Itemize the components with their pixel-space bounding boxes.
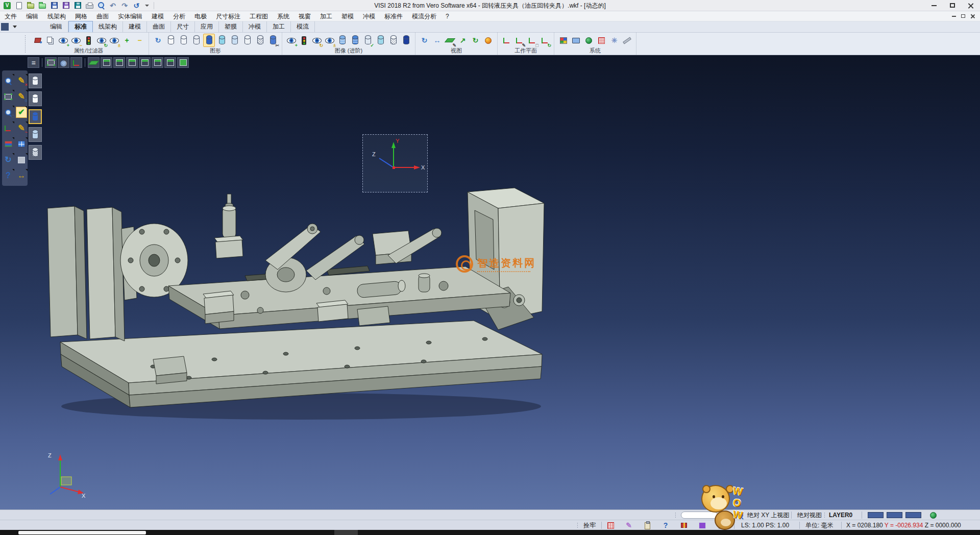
ruler-settings-icon[interactable] [621,34,633,47]
quick-access-caret-icon[interactable] [145,5,149,7]
separator[interactable] [40,57,44,68]
menu-item[interactable]: 线架构 [43,11,70,21]
save-icon[interactable] [49,1,59,10]
dimetric-view-icon[interactable] [164,57,176,68]
view-direction-icon[interactable]: ↗ [457,34,469,47]
menu-item[interactable]: 实体编辑 [113,11,147,21]
save-all-icon[interactable] [72,1,83,10]
color-palette-icon[interactable] [557,34,569,47]
menu-item[interactable]: 网格 [70,11,92,21]
verify-cylinder-icon[interactable]: ✓ [362,34,374,47]
pan-view-icon[interactable]: ↔ [431,34,443,47]
visibility-filter-icon[interactable] [83,34,94,47]
workplane-edit-icon[interactable]: ✎ [513,34,525,47]
attribute-paint-icon[interactable] [32,34,43,47]
ribbon-tab[interactable]: 曲面 [147,21,171,32]
materials-icon[interactable] [3,138,14,150]
workplane-rotate-icon[interactable]: ↻ [539,34,551,47]
wireframe-cylinder-icon[interactable] [165,34,177,47]
highlight-lamp-icon[interactable] [716,521,726,530]
bottom-view-icon[interactable] [152,57,163,68]
rotate-view-icon[interactable]: ↻ [419,34,430,47]
hidden-line-mode-icon[interactable] [29,91,42,106]
redraw-icon[interactable]: ↻ [152,34,164,47]
advanced-refresh-icon[interactable]: ↻ [311,34,323,47]
ucs-axes-icon[interactable] [3,123,14,134]
window-layout-icon[interactable] [16,138,27,150]
section-cylinder-icon[interactable]: ✂ [267,34,279,47]
cad-model[interactable] [0,55,980,509]
fit-view-icon[interactable] [45,57,57,68]
fit-window-icon[interactable] [3,91,14,102]
menu-item[interactable]: 冲模 [358,11,380,21]
edit-arc-icon[interactable]: ✎○ [16,91,27,102]
translucent-cylinder-icon[interactable] [229,34,240,47]
copy-attributes-icon[interactable] [44,34,56,47]
grid-toggle-icon[interactable] [605,521,616,530]
ribbon-tab[interactable]: 冲模 [243,21,267,32]
wireframe-mode-icon[interactable] [29,74,42,88]
minimize-button[interactable] [925,0,943,11]
hide-all-icon[interactable]: − [134,34,145,47]
workplane-box-icon[interactable]: □ [526,34,538,47]
advanced-filter-icon[interactable] [298,34,310,47]
redo-icon[interactable]: ↷ [119,1,130,10]
solids-cube-icon[interactable] [697,521,707,530]
menu-item[interactable]: 分析 [168,11,190,21]
menu-item[interactable]: 标准件 [380,11,407,21]
command-input[interactable] [681,512,718,519]
workplane-axes-icon[interactable] [501,34,512,47]
refresh-view-icon[interactable]: ↻ [470,34,481,47]
solid-cylinder-icon[interactable] [400,34,412,47]
print-preview-icon[interactable] [96,1,106,10]
close-button[interactable] [962,0,980,11]
menu-item[interactable]: 加工 [315,11,337,21]
measure-icon[interactable]: ↔ [16,170,27,181]
help-icon[interactable]: ? [3,170,14,181]
mdi-restore-icon[interactable] [961,14,965,18]
render-ball-icon[interactable] [482,34,494,47]
layer-indicator[interactable]: LAYER0 [829,510,852,520]
grid-settings-icon[interactable] [596,34,607,47]
iso-view-icon[interactable] [101,57,112,68]
advanced-toggle-icon[interactable]: ± [324,34,335,47]
search-icon[interactable] [735,510,745,520]
context-help-icon[interactable]: ? [660,521,671,530]
open-file-icon[interactable] [26,1,36,10]
show-add-icon[interactable]: + [57,34,69,47]
advanced-show-icon[interactable]: + [285,34,297,47]
viewport-menu-icon[interactable]: ≡ [28,57,39,68]
outline-cylinder-icon[interactable] [190,34,202,47]
ribbon-tab[interactable]: 建模 [123,21,147,32]
back-view-icon[interactable] [139,57,151,68]
solid-cube-icon[interactable] [16,154,27,165]
edit-spline-icon[interactable]: ✎~ [16,123,27,134]
ribbon-tab[interactable]: 塑膜 [219,21,243,32]
lock-toggle[interactable]: 拴牢 [583,520,596,530]
workplane-triad-panel[interactable]: Y X Z [362,134,428,192]
revert-icon[interactable]: ↺ [131,1,141,10]
striped-cylinder-icon[interactable] [336,34,348,47]
view-name[interactable]: 绝对 XY 上视图 [747,510,789,520]
separator[interactable] [83,57,87,68]
ribbon-tab[interactable]: 编辑 [44,21,68,32]
shaded-cube-icon[interactable] [177,57,189,68]
menu-item[interactable]: 尺寸标注 [211,11,245,21]
shaded-edges-mode-icon[interactable] [29,127,42,142]
menu-item[interactable]: 曲面 [92,11,113,21]
front-view-icon[interactable] [113,57,125,68]
save-as-icon[interactable] [61,1,71,10]
regenerate-icon[interactable]: ↻ [3,154,14,165]
visi-logo[interactable]: V [2,1,12,10]
menu-item[interactable]: 工程图 [245,11,273,21]
globe-settings-icon[interactable] [583,34,595,47]
ribbon-tab[interactable]: 尺寸 [171,21,195,32]
ribbon-tab[interactable]: 线架构 [93,21,123,32]
globe-icon[interactable] [928,510,938,520]
ghost-cylinder-icon[interactable] [241,34,253,47]
magic-wand-icon[interactable]: ✎ [624,521,634,530]
undo-icon[interactable]: ↶ [108,1,118,10]
maximize-button[interactable] [943,0,962,11]
print-icon[interactable] [84,1,94,10]
menu-item[interactable]: 塑模 [337,11,358,21]
